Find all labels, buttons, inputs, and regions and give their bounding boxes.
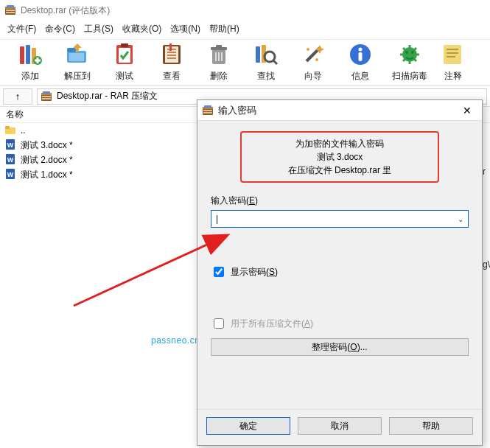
ok-button[interactable]: 确定 bbox=[206, 417, 290, 435]
svg-line-49 bbox=[403, 59, 405, 61]
folder-extract-icon bbox=[64, 41, 91, 68]
toolbar-wizard[interactable]: 向导 bbox=[295, 41, 332, 83]
toolbar-scan[interactable]: 扫描病毒 bbox=[389, 41, 430, 83]
svg-point-32 bbox=[265, 52, 275, 62]
svg-point-36 bbox=[315, 58, 318, 61]
svg-rect-23 bbox=[169, 43, 172, 51]
watermark-text: passneo.cn bbox=[151, 335, 200, 346]
svg-point-35 bbox=[307, 48, 309, 51]
organize-passwords-button[interactable]: 整理密码(O)... bbox=[211, 338, 469, 356]
password-input[interactable] bbox=[211, 210, 469, 228]
list-header-name: 名称 bbox=[6, 108, 24, 121]
cancel-button[interactable]: 取消 bbox=[298, 417, 382, 435]
file-name: 测试 2.docx * bbox=[21, 154, 73, 167]
virus-scan-icon bbox=[396, 41, 423, 68]
toolbar-extract[interactable]: 解压到 bbox=[59, 41, 96, 83]
toolbar-add-label: 添加 bbox=[21, 70, 39, 83]
svg-rect-58 bbox=[42, 98, 51, 99]
use-for-all-checkbox[interactable]: 用于所有压缩文件(A) bbox=[211, 316, 469, 331]
svg-rect-13 bbox=[69, 53, 84, 61]
toolbar-comment[interactable]: 注释 bbox=[441, 41, 466, 83]
svg-rect-2 bbox=[7, 5, 14, 7]
clipboard-test-icon bbox=[111, 41, 138, 68]
prompt-line3: 在压缩文件 Desktop.rar 里 bbox=[248, 164, 432, 177]
toolbar-extract-label: 解压到 bbox=[64, 70, 91, 83]
password-field-label: 输入密码(E) bbox=[211, 195, 469, 207]
word-doc-icon: W bbox=[4, 139, 16, 153]
use-for-all-check[interactable] bbox=[214, 318, 224, 329]
close-icon: ✕ bbox=[463, 105, 472, 116]
dialog-icon bbox=[202, 105, 214, 116]
svg-line-33 bbox=[273, 60, 277, 64]
address-text: Desktop.rar - RAR 压缩文 bbox=[57, 90, 158, 102]
svg-rect-10 bbox=[35, 60, 41, 62]
svg-line-50 bbox=[414, 48, 416, 50]
clipped-text: r g\ bbox=[483, 162, 490, 275]
svg-rect-61 bbox=[5, 126, 10, 129]
info-icon bbox=[347, 41, 374, 68]
word-doc-icon: W bbox=[4, 168, 16, 182]
nav-up-button[interactable]: ↑ bbox=[3, 88, 32, 105]
svg-text:W: W bbox=[7, 141, 14, 149]
svg-rect-3 bbox=[6, 10, 15, 11]
menu-file[interactable]: 文件(F) bbox=[7, 23, 36, 35]
archive-icon bbox=[41, 91, 52, 102]
svg-rect-70 bbox=[203, 110, 212, 111]
svg-rect-71 bbox=[203, 112, 212, 113]
dialog-title: 输入密码 bbox=[218, 104, 448, 117]
svg-rect-12 bbox=[67, 48, 76, 52]
menu-help[interactable]: 帮助(H) bbox=[209, 23, 239, 35]
toolbar-comment-label: 注释 bbox=[444, 70, 462, 83]
menu-fav[interactable]: 收藏夹(O) bbox=[122, 23, 161, 35]
titlebar: Desktop.rar (评估版本) bbox=[0, 0, 490, 21]
toolbar-find[interactable]: 查找 bbox=[248, 41, 284, 83]
svg-rect-16 bbox=[121, 43, 128, 47]
menubar: 文件(F) 命令(C) 工具(S) 收藏夹(O) 选项(N) 帮助(H) bbox=[0, 21, 490, 39]
dialog-prompt: 为加密的文件输入密码 测试 3.docx 在压缩文件 Desktop.rar 里 bbox=[240, 131, 439, 183]
svg-point-38 bbox=[359, 48, 363, 52]
dialog-body: 为加密的文件输入密码 测试 3.docx 在压缩文件 Desktop.rar 里… bbox=[197, 121, 482, 409]
trash-icon bbox=[206, 41, 232, 68]
toolbar-info-label: 信息 bbox=[351, 70, 369, 83]
dialog-close-button[interactable]: ✕ bbox=[452, 100, 482, 121]
password-dropdown-button[interactable]: ⌄ bbox=[454, 211, 467, 226]
svg-rect-30 bbox=[256, 46, 260, 63]
toolbar-scan-label: 扫描病毒 bbox=[392, 70, 427, 83]
toolbar-delete-label: 删除 bbox=[210, 70, 228, 83]
svg-rect-51 bbox=[444, 45, 461, 64]
svg-rect-6 bbox=[26, 45, 30, 64]
prompt-line1: 为加密的文件输入密码 bbox=[248, 137, 432, 150]
toolbar-add[interactable]: 添加 bbox=[12, 41, 49, 83]
folder-icon bbox=[4, 124, 16, 138]
svg-point-42 bbox=[411, 51, 414, 54]
word-doc-icon: W bbox=[4, 153, 16, 167]
toolbar-wizard-label: 向导 bbox=[304, 70, 322, 83]
book-view-icon bbox=[158, 41, 185, 68]
dialog-footer: 确定 取消 帮助 bbox=[197, 409, 482, 445]
toolbar-view-label: 查看 bbox=[163, 70, 181, 83]
show-password-checkbox[interactable]: 显示密码(S) bbox=[211, 265, 469, 279]
svg-point-41 bbox=[405, 51, 408, 54]
up-arrow-icon: ↑ bbox=[15, 91, 21, 102]
toolbar-view[interactable]: 查看 bbox=[153, 41, 190, 83]
chevron-down-icon: ⌄ bbox=[458, 215, 463, 223]
toolbar-delete[interactable]: 删除 bbox=[200, 41, 237, 83]
svg-rect-39 bbox=[359, 52, 363, 61]
show-password-check[interactable] bbox=[214, 267, 224, 277]
toolbar-info[interactable]: 信息 bbox=[342, 41, 379, 83]
file-name: 测试 1.docx * bbox=[21, 169, 73, 181]
menu-options[interactable]: 选项(N) bbox=[170, 23, 200, 35]
svg-rect-57 bbox=[42, 96, 51, 97]
wand-icon bbox=[300, 41, 326, 68]
use-for-all-label: 用于所有压缩文件(A) bbox=[231, 318, 313, 330]
svg-line-48 bbox=[414, 59, 416, 61]
help-button[interactable]: 帮助 bbox=[389, 417, 473, 435]
password-dialog: 输入密码 ✕ 为加密的文件输入密码 测试 3.docx 在压缩文件 Deskto… bbox=[197, 99, 483, 446]
svg-rect-5 bbox=[20, 46, 24, 64]
menu-tools[interactable]: 工具(S) bbox=[84, 23, 113, 35]
toolbar: 添加 解压到 测试 查看 删除 查找 向导 bbox=[0, 39, 490, 86]
comment-icon bbox=[440, 41, 466, 68]
svg-text:W: W bbox=[7, 156, 14, 164]
menu-command[interactable]: 命令(C) bbox=[45, 23, 75, 35]
toolbar-test[interactable]: 测试 bbox=[106, 41, 143, 83]
